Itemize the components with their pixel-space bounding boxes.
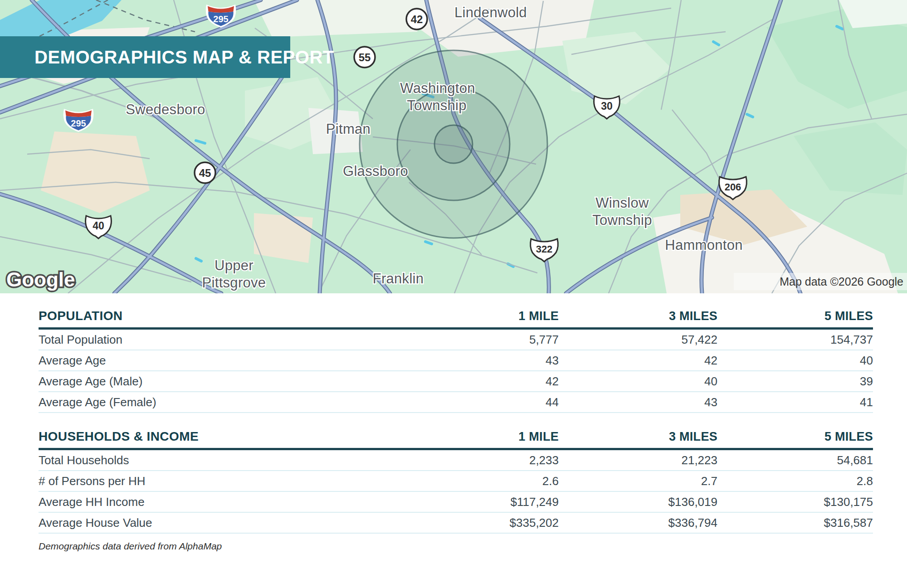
place-label-winslow-township-2: Township bbox=[592, 212, 652, 228]
households-income-table: HOUSEHOLDS & INCOME 1 MILE 3 MILES 5 MIL… bbox=[39, 429, 873, 534]
route-45-shield: 45 bbox=[195, 162, 215, 183]
svg-text:295: 295 bbox=[71, 118, 86, 128]
svg-text:42: 42 bbox=[411, 13, 423, 25]
svg-text:40: 40 bbox=[93, 220, 104, 232]
svg-text:322: 322 bbox=[536, 243, 553, 255]
svg-text:295: 295 bbox=[213, 14, 228, 24]
row-label: Average Age (Male) bbox=[39, 371, 400, 392]
svg-text:30: 30 bbox=[601, 100, 613, 112]
place-label-franklin: Franklin bbox=[373, 271, 424, 287]
place-label-glassboro: Glassboro bbox=[343, 163, 408, 179]
place-label-lindenwold: Lindenwold bbox=[454, 5, 527, 20]
row-value: 43 bbox=[559, 392, 717, 413]
row-value: 40 bbox=[717, 350, 873, 371]
row-label: Total Households bbox=[39, 449, 400, 471]
row-value: $130,175 bbox=[717, 491, 873, 512]
page-title: DEMOGRAPHICS MAP & REPORT bbox=[34, 47, 334, 68]
row-value: 40 bbox=[559, 371, 717, 392]
table-row: Average HH Income$117,249$136,019$130,17… bbox=[39, 491, 873, 512]
section-title: POPULATION bbox=[39, 309, 400, 329]
place-label-washington-township-2: Township bbox=[407, 97, 467, 113]
map-copyright: Map data ©2026 Google bbox=[780, 275, 903, 288]
row-value: 21,223 bbox=[559, 449, 717, 471]
svg-text:206: 206 bbox=[725, 181, 741, 193]
radius-ring-1mi bbox=[434, 125, 473, 163]
row-value: 2,233 bbox=[400, 449, 559, 471]
row-value: 154,737 bbox=[717, 329, 873, 350]
row-value: 43 bbox=[400, 350, 559, 371]
row-value: 41 bbox=[717, 392, 873, 413]
table-row: Total Households2,23321,22354,681 bbox=[39, 449, 873, 471]
row-value: 5,777 bbox=[400, 329, 559, 350]
route-42-shield: 42 bbox=[406, 9, 427, 29]
page-title-banner: DEMOGRAPHICS MAP & REPORT bbox=[0, 36, 290, 78]
row-value: 54,681 bbox=[717, 449, 873, 471]
row-value: 42 bbox=[400, 371, 559, 392]
row-label: Average HH Income bbox=[39, 491, 400, 512]
report-footnote: Demographics data derived from AlphaMap bbox=[39, 541, 873, 552]
row-value: 42 bbox=[559, 350, 717, 371]
radius-rings bbox=[360, 50, 547, 238]
table-row: Average Age434240 bbox=[39, 350, 873, 371]
row-label: Average Age (Female) bbox=[39, 392, 400, 413]
row-value: $117,249 bbox=[400, 491, 559, 512]
row-label: Average Age bbox=[39, 350, 400, 371]
demographics-report: POPULATION 1 MILE 3 MILES 5 MILES Total … bbox=[39, 293, 873, 552]
column-header-3miles: 3 MILES bbox=[559, 429, 717, 449]
svg-text:55: 55 bbox=[359, 51, 371, 63]
row-value: 2.8 bbox=[717, 471, 873, 491]
column-header-1mile: 1 MILE bbox=[400, 309, 559, 329]
google-logo: Google bbox=[6, 268, 75, 291]
row-label: # of Persons per HH bbox=[39, 471, 400, 491]
column-header-3miles: 3 MILES bbox=[559, 309, 717, 329]
column-header-1mile: 1 MILE bbox=[400, 429, 559, 449]
row-value: 44 bbox=[400, 392, 559, 413]
row-value: $336,794 bbox=[559, 512, 717, 533]
place-label-upper-pittsgrove-2: Pittsgrove bbox=[202, 275, 266, 291]
section-title: HOUSEHOLDS & INCOME bbox=[39, 429, 400, 449]
row-value: $335,202 bbox=[400, 512, 559, 533]
place-label-washington-township: Washington bbox=[400, 80, 475, 96]
row-value: 2.6 bbox=[400, 471, 559, 491]
table-row: Average Age (Female)444341 bbox=[39, 392, 873, 413]
row-value: 57,422 bbox=[559, 329, 717, 350]
row-value: $316,587 bbox=[717, 512, 873, 533]
place-label-pitman: Pitman bbox=[326, 121, 371, 137]
table-row: Total Population5,77757,422154,737 bbox=[39, 329, 873, 350]
column-header-5miles: 5 MILES bbox=[717, 309, 873, 329]
place-label-winslow-township: Winslow bbox=[595, 195, 649, 211]
page: Lindenwold Swedesboro Pitman Glassboro W… bbox=[0, 0, 907, 588]
place-label-hammonton: Hammonton bbox=[665, 237, 743, 253]
population-table: POPULATION 1 MILE 3 MILES 5 MILES Total … bbox=[39, 309, 873, 413]
column-header-5miles: 5 MILES bbox=[717, 429, 873, 449]
place-label-swedesboro: Swedesboro bbox=[126, 102, 205, 117]
table-row: Average Age (Male)424039 bbox=[39, 371, 873, 392]
row-label: Average House Value bbox=[39, 512, 400, 533]
svg-text:45: 45 bbox=[199, 167, 211, 179]
place-label-upper-pittsgrove: Upper bbox=[215, 258, 254, 273]
row-value: 2.7 bbox=[559, 471, 717, 491]
table-row: # of Persons per HH2.62.72.8 bbox=[39, 471, 873, 491]
route-55-shield: 55 bbox=[354, 47, 375, 68]
row-value: 39 bbox=[717, 371, 873, 392]
table-header-row: HOUSEHOLDS & INCOME 1 MILE 3 MILES 5 MIL… bbox=[39, 429, 873, 449]
row-label: Total Population bbox=[39, 329, 400, 350]
table-row: Average House Value$335,202$336,794$316,… bbox=[39, 512, 873, 533]
table-header-row: POPULATION 1 MILE 3 MILES 5 MILES bbox=[39, 309, 873, 329]
row-value: $136,019 bbox=[559, 491, 717, 512]
